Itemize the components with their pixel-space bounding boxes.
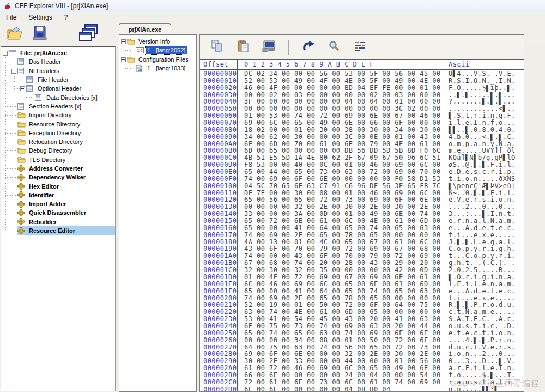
hex-ascii[interactable]: i.l.e.I.n.f.o... — [445, 119, 524, 126]
hex-bytes[interactable]: 00 00 00 00 34 00 08 00 01 00 50 00 72 0… — [238, 337, 445, 344]
menu-settings[interactable]: Settings — [22, 13, 58, 22]
hex-bytes[interactable]: 65 00 56 00 65 00 72 00 73 00 69 00 6F 0… — [238, 196, 445, 203]
hex-bytes[interactable]: 74 00 69 00 6F 00 6E 00 00 00 00 00 F0 5… — [238, 176, 445, 183]
hex-ascii[interactable]: ....2...0...0... — [445, 203, 524, 210]
hex-ascii[interactable]: ▌▌..▌.0.8.0.4.0. — [445, 126, 524, 134]
tree-expander-minus[interactable] — [121, 57, 126, 62]
menu-help[interactable]: ? — [58, 13, 74, 22]
hex-bytes[interactable]: 32 00 30 00 32 00 35 00 00 00 00 00 42 0… — [238, 267, 445, 274]
hex-ascii[interactable]: R.▌.▌.P.r.o.d.u. — [445, 301, 524, 309]
hex-bytes[interactable]: 46 00 4F 00 00 00 00 00 BD 04 EF FE 00 0… — [238, 85, 445, 92]
tree-item-dos-header[interactable]: Dos Header — [1, 57, 115, 66]
save-file-button[interactable] — [29, 25, 50, 44]
hex-ascii[interactable]: øS..@.▌.▌.F.i.l. — [445, 161, 524, 168]
hex-ascii[interactable]: a.r.F.i.l.e.I.n. — [445, 365, 524, 372]
tree-item-tls-directory[interactable]: TLS Directory — [1, 155, 115, 164]
tree-expander-minus[interactable] — [3, 51, 8, 56]
hex-bytes[interactable]: 65 00 00 00 41 00 64 00 65 00 74 00 65 0… — [238, 225, 445, 232]
tree-item-file-header[interactable]: File Header — [1, 75, 115, 84]
hex-options-button[interactable] — [353, 40, 367, 55]
tree-item-1-lang-2052[interactable]: 1.01 - [lang:2052] — [119, 46, 196, 55]
hex-ascii[interactable]: e...A.d.e.t.e.c. — [445, 225, 524, 232]
tree-item-resource-editor[interactable]: Resource Editor — [1, 226, 115, 235]
hex-bytes[interactable]: 01 00 53 00 74 00 72 00 69 00 6E 00 67 0… — [238, 112, 445, 119]
hex-bytes[interactable]: 67 00 68 00 74 00 20 00 28 00 43 00 29 0… — [238, 260, 445, 267]
hex-ascii[interactable]: ▌.O.r.i.g.i.n.a. — [445, 274, 524, 281]
hex-bytes[interactable]: 43 00 6F 00 70 00 79 00 72 00 69 00 67 0… — [238, 245, 445, 252]
hex-ascii[interactable]: c.t.N.a.m.e..... — [445, 309, 524, 316]
hex-ascii[interactable]: i.o.n...2...0... — [445, 351, 524, 358]
hex-bytes[interactable]: 01 00 4F 00 72 00 69 00 67 00 69 00 6E 0… — [238, 274, 445, 281]
hex-ascii[interactable]: e.t.e.c.t.i.o.n. — [445, 330, 524, 337]
hex-ascii[interactable]: ..▌.▌.....▌.▌... — [445, 92, 524, 99]
tree-item-file-prjxian-exe[interactable]: File: prjXiAn.exe — [1, 49, 115, 57]
tree-item-relocation-directory[interactable]: Relocation Directory — [1, 137, 115, 146]
hex-ascii[interactable]: f.o.....$.▌...T. — [445, 372, 524, 379]
hex-ascii[interactable]: J.▌.▌.L.e.g.a.l. — [445, 239, 524, 246]
hex-ascii[interactable]: e.D.e.s.c.r.i.p. — [445, 168, 524, 176]
tree-item-data-directories-x[interactable]: Data Directories [x] — [1, 93, 115, 101]
hex-bytes[interactable]: 64 00 75 00 63 00 74 00 56 00 65 00 72 0… — [238, 344, 445, 351]
hex-bytes[interactable]: 74 00 69 00 2E 00 65 00 78 00 65 00 00 0… — [238, 295, 445, 302]
hex-bytes[interactable]: 61 00 72 00 46 00 69 00 6C 00 65 00 49 0… — [238, 365, 445, 372]
hex-ascii[interactable]: t.i...e.x.e..... — [445, 295, 524, 302]
hex-ascii[interactable]: ▌\pencÇ'Æ▌ÞV>eû| — [445, 183, 524, 190]
hex-bytes[interactable]: 74 00 00 00 43 00 6F 00 70 00 79 00 72 0… — [238, 252, 445, 260]
tree-item-section-headers-x[interactable]: Section Headers [x] — [1, 102, 115, 111]
hex-ascii[interactable]: KQå]▌N▌b/g.gP▌lQ — [445, 154, 524, 161]
hex-ascii[interactable]: 2.0.2.5.....B... — [445, 267, 524, 274]
hex-bytes[interactable]: 04 5C 70 65 6E 63 C7 91 C6 96 DE 56 3E 6… — [238, 183, 445, 190]
hex-ascii[interactable]: F.O.....½▌ïþ..▌. — [445, 85, 524, 92]
hex-ascii[interactable]: ?.......▌.▌.▌... — [445, 98, 524, 105]
hex-ascii[interactable]: d.u.c.t.V.e.r.s. — [445, 344, 524, 351]
hex-bytes[interactable]: 6F 00 6E 00 00 00 00 00 04 08 B0 04 — [238, 386, 445, 392]
hex-ascii[interactable]: t...C.o.p.y.r.i. — [445, 252, 524, 260]
hex-bytes[interactable]: 6C 00 46 00 69 00 6C 00 65 00 6E 00 61 0… — [238, 281, 445, 288]
hex-bytes[interactable]: 52 00 53 00 49 00 4F 00 4E 00 5F 00 49 0… — [238, 77, 445, 85]
hex-bytes[interactable]: 66 00 6F 00 00 00 00 00 24 00 04 00 00 0… — [238, 372, 445, 379]
hex-bytes[interactable]: 6F 00 75 00 73 00 74 00 69 00 63 00 20 0… — [238, 323, 445, 330]
tree-item-resource-directory[interactable]: Resource Directory — [1, 119, 115, 128]
tree-item-nt-headers[interactable]: Nt Headers — [1, 67, 115, 75]
hex-ascii[interactable]: ....4.▌.▌.P.r.o. — [445, 337, 524, 344]
hex-bytes[interactable]: 52 00 19 00 01 00 50 00 72 00 6F 00 64 0… — [238, 301, 445, 309]
hex-ascii[interactable]: o.u.s.t.i.c. .D. — [445, 323, 524, 330]
hex-bytes[interactable]: 63 00 74 00 4E 00 61 00 6D 00 65 00 00 0… — [238, 309, 445, 316]
hex-ascii[interactable]: m.e.....ÛVÝ][ ðl — [445, 147, 524, 154]
tab-prjxian[interactable]: prjXiAn.exe — [119, 23, 171, 34]
hex-bytes[interactable]: 53 00 41 00 54 00 45 00 43 00 20 00 41 0… — [238, 316, 445, 323]
hex-ascii[interactable]: e.r.n.a.l.N.a.m. — [445, 218, 524, 225]
hex-bytes[interactable]: 65 00 44 00 65 00 73 00 63 00 72 00 69 0… — [238, 168, 445, 176]
hex-bytes[interactable]: 4B 51 E5 5D 1A 4E 80 62 2F 67 09 67 50 9… — [238, 154, 445, 161]
search-button[interactable] — [327, 40, 341, 55]
hex-ascii[interactable]: t.i.o.n.....ðXÑS — [445, 176, 524, 183]
hex-bytes[interactable]: 30 00 2E 00 33 00 00 00 44 00 00 00 01 0… — [238, 358, 445, 365]
tree-item-import-adder[interactable]: Import Adder — [1, 200, 115, 208]
tree-item-address-converter[interactable]: Address Converter — [1, 164, 115, 173]
hex-bytes[interactable]: F8 53 00 00 40 00 0C 00 01 00 46 00 69 0… — [238, 161, 445, 168]
hex-ascii[interactable]: C.o.p.y.r.i.g.h. — [445, 245, 524, 252]
hex-bytes[interactable]: 69 00 6C 00 65 00 49 00 6E 00 66 00 6F 0… — [238, 119, 445, 126]
hex-bytes[interactable]: 00 00 00 00 00 00 00 00 00 00 00 00 3C 0… — [238, 105, 445, 112]
hex-ascii[interactable]: 0...3...D...▌.V. — [445, 358, 524, 365]
tree-item-hex-editor[interactable]: Hex Editor — [1, 182, 115, 190]
tree-item-version-info[interactable]: Version Info — [119, 37, 196, 46]
hex-ascii[interactable]: ............<▌.. — [445, 105, 524, 112]
hex-bytes[interactable]: 4A 00 13 00 01 00 4C 00 65 00 67 00 61 0… — [238, 239, 445, 246]
tree-item-debug-directory[interactable]: Debug Directory — [1, 146, 115, 155]
hex-bytes[interactable]: 3F 00 00 00 00 00 00 00 04 00 04 00 01 0… — [238, 98, 445, 105]
hex-ascii[interactable]: t.i...e.x.e..... — [445, 232, 524, 239]
hex-bytes[interactable]: 00 00 02 00 03 00 00 00 00 00 02 00 03 0… — [238, 92, 445, 99]
tree-item-exception-directory[interactable]: Exception Directory — [1, 129, 115, 137]
goto-offset-button[interactable] — [301, 40, 315, 55]
hex-bytes[interactable]: 72 00 61 00 6E 00 73 00 6C 00 61 00 74 0… — [238, 379, 445, 386]
switch-view-button[interactable] — [78, 25, 99, 44]
fill-button[interactable] — [262, 40, 276, 55]
hex-bytes[interactable]: 34 00 62 00 30 00 00 00 3C 00 0E 00 01 0… — [238, 134, 445, 141]
menu-file[interactable]: File — [0, 13, 22, 22]
tree-item-rebuilder[interactable]: Rebuilder — [1, 218, 115, 226]
hex-bytes[interactable]: 65 00 74 00 65 00 63 00 74 00 69 00 6F 0… — [238, 330, 445, 337]
tree-expander-minus[interactable] — [11, 69, 16, 74]
tree-item-quick-disassembler[interactable]: Quick Disassembler — [1, 208, 115, 217]
hex-bytes[interactable]: 6D 00 65 00 00 00 00 00 DB 56 DD 5D 5B 8… — [238, 147, 445, 154]
